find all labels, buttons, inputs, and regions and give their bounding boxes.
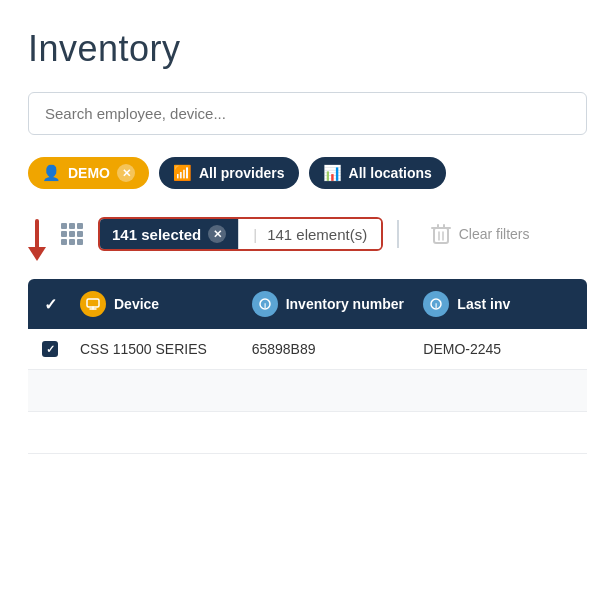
svg-text:i: i (435, 301, 437, 310)
table-row: ✓ CSS 11500 SERIES 65898B89 DEMO-2245 (28, 329, 587, 370)
inventory-col-icon: i (252, 291, 278, 317)
providers-filter-chip[interactable]: 📶 All providers (159, 157, 299, 189)
delete-button[interactable] (431, 223, 451, 245)
grid-dots-icon (61, 223, 83, 245)
th-inventory-number: i Inventory number (244, 279, 416, 329)
demo-close-icon[interactable]: ✕ (117, 164, 135, 182)
header-checkmark-icon: ✓ (44, 295, 57, 314)
empty-row-1 (28, 370, 587, 412)
person-icon: 👤 (42, 164, 61, 182)
grid-view-button[interactable] (56, 218, 88, 250)
last-inv-col-icon: i (423, 291, 449, 317)
selected-badge[interactable]: 141 selected ✕ (100, 219, 238, 249)
selection-group: 141 selected ✕ | 141 element(s) (98, 217, 383, 251)
cell-device: CSS 11500 SERIES (72, 329, 244, 369)
demo-filter-chip[interactable]: 👤 DEMO ✕ (28, 157, 149, 189)
th-inventory-label: Inventory number (286, 296, 404, 312)
th-last-inv-label: Last inv (457, 296, 510, 312)
empty-row-2 (28, 412, 587, 454)
svg-rect-0 (434, 228, 448, 243)
providers-icon: 📶 (173, 164, 192, 182)
locations-filter-chip[interactable]: 📊 All locations (309, 157, 446, 189)
filter-row: 👤 DEMO ✕ 📶 All providers 📊 All locations (28, 157, 587, 189)
demo-label: DEMO (68, 165, 110, 181)
search-input[interactable] (28, 92, 587, 135)
toolbar: 141 selected ✕ | 141 element(s) (56, 217, 587, 251)
th-device-label: Device (114, 296, 159, 312)
cell-inventory-number: 65898B89 (244, 329, 416, 369)
device-col-icon (80, 291, 106, 317)
row-checkbox[interactable]: ✓ (28, 329, 72, 369)
svg-rect-6 (87, 299, 99, 307)
th-checkbox[interactable]: ✓ (28, 283, 72, 326)
table-header: ✓ Device i I (28, 279, 587, 329)
red-arrow (28, 219, 46, 261)
locations-icon: 📊 (323, 164, 342, 182)
th-last-inv: i Last inv (415, 279, 587, 329)
page-container: Inventory 👤 DEMO ✕ 📶 All providers 📊 All… (0, 0, 615, 589)
trash-icon (431, 223, 451, 245)
checkbox-checked-icon: ✓ (42, 341, 58, 357)
providers-label: All providers (199, 165, 285, 181)
page-title: Inventory (28, 28, 587, 70)
clear-filters-button[interactable]: Clear filters (459, 226, 530, 242)
selected-close-icon[interactable]: ✕ (208, 225, 226, 243)
selected-count: 141 selected (112, 226, 201, 243)
svg-text:i: i (264, 301, 266, 310)
elements-count-label: 141 element(s) (267, 226, 367, 243)
locations-label: All locations (349, 165, 432, 181)
cell-last-inv: DEMO-2245 (415, 329, 587, 369)
data-table: ✓ Device i I (28, 279, 587, 454)
th-device: Device (72, 279, 244, 329)
toolbar-divider (397, 220, 399, 248)
elements-count: | 141 element(s) (239, 219, 381, 249)
